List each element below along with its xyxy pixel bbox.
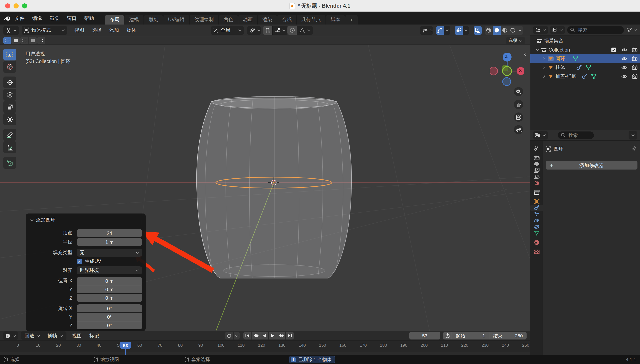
tab-object[interactable] — [530, 198, 543, 204]
object-row-barrel-lids[interactable]: 桶盖-桶底 — [530, 72, 640, 81]
object-row-cylinder[interactable]: 柱体 — [530, 63, 640, 72]
outliner-filter-collection-dropdown[interactable] — [550, 26, 565, 34]
menu-edit[interactable]: 编辑 — [28, 12, 46, 24]
proportional-falloff-dropdown[interactable] — [297, 26, 313, 34]
current-frame-badge[interactable]: 53 — [120, 342, 131, 349]
workspace-tab-scripting[interactable]: 脚本 — [326, 15, 345, 24]
select-mode-extend-button[interactable] — [12, 37, 20, 44]
mode-dropdown[interactable]: 物体模式 — [22, 26, 67, 34]
timeline-marker-menu[interactable]: 标记 — [86, 331, 103, 340]
workspace-tab-layout[interactable]: 布局 — [105, 15, 124, 24]
tab-collection[interactable] — [530, 189, 543, 195]
menu-file[interactable]: 文件 — [11, 12, 28, 24]
shading-wireframe-button[interactable] — [485, 26, 493, 34]
blender-logo-icon[interactable] — [0, 15, 11, 21]
location-y-field[interactable]: 0 m — [77, 285, 142, 294]
shading-solid-button[interactable] — [493, 26, 501, 34]
rotate-tool[interactable] — [4, 89, 16, 100]
camera-view-button[interactable] — [514, 112, 523, 122]
tab-particles[interactable] — [530, 211, 543, 217]
show-gizmos-toggle[interactable] — [436, 26, 444, 34]
workspace-tab-geometry-nodes[interactable]: 几何节点 — [297, 15, 325, 24]
workspace-tab-texture-paint[interactable]: 纹理绘制 — [190, 15, 219, 24]
properties-search[interactable] — [558, 131, 594, 139]
transform-orientation-dropdown[interactable]: 全局 — [211, 26, 244, 34]
snap-with-dropdown[interactable] — [272, 26, 288, 34]
collection-row[interactable]: Collection — [530, 45, 640, 54]
select-box-tool[interactable] — [4, 48, 16, 60]
transform-tool[interactable] — [4, 113, 16, 125]
location-z-field[interactable]: 0 m — [77, 294, 142, 302]
tab-view-layer[interactable] — [530, 167, 543, 173]
viewport-menu-view[interactable]: 视图 — [71, 24, 88, 36]
timeline-view-menu[interactable]: 视图 — [68, 331, 86, 340]
radius-field[interactable]: 1 m — [77, 238, 142, 246]
menu-window[interactable]: 窗口 — [63, 12, 80, 24]
snap-toggle[interactable] — [263, 26, 272, 34]
x-neg-axis-ball[interactable] — [490, 67, 498, 75]
properties-search-input[interactable] — [568, 132, 591, 138]
pan-view-button[interactable] — [514, 100, 523, 109]
use-preview-range-toggle[interactable] — [443, 332, 452, 340]
frame-start-field[interactable]: 起始 1 — [452, 332, 489, 340]
next-keyframe-button[interactable] — [277, 332, 285, 339]
orthographic-toggle-button[interactable] — [514, 125, 523, 134]
shading-rendered-button[interactable] — [509, 26, 517, 34]
object-visibility-dropdown[interactable] — [420, 26, 433, 34]
keying-menu[interactable]: 插帧 — [44, 332, 67, 340]
tab-material[interactable] — [530, 239, 543, 246]
collection-checkbox[interactable] — [611, 47, 616, 52]
viewport-menu-select[interactable]: 选择 — [88, 24, 105, 36]
editor-type-dropdown[interactable] — [4, 26, 19, 34]
jump-to-end-button[interactable] — [286, 332, 294, 339]
tab-texture[interactable] — [530, 248, 543, 255]
play-reverse-button[interactable] — [260, 332, 268, 339]
select-mode-intersect-button[interactable] — [37, 37, 45, 44]
outliner-search-input[interactable] — [577, 27, 621, 33]
workspace-tab-uv[interactable]: UV编辑 — [163, 15, 189, 24]
viewport-menu-add[interactable]: 添加 — [105, 24, 123, 36]
generate-uv-checkbox[interactable]: ✓ — [77, 259, 82, 264]
tab-scene[interactable] — [530, 173, 543, 180]
scale-tool[interactable] — [4, 101, 16, 113]
viewport-menu-object[interactable]: 物体 — [123, 24, 140, 36]
show-overlays-toggle[interactable] — [455, 26, 463, 34]
add-modifier-button[interactable]: + 添加修改器 — [546, 161, 637, 170]
select-mode-set-button[interactable] — [4, 37, 12, 44]
tab-tool[interactable] — [530, 145, 543, 151]
workspace-tab-modeling[interactable]: 建模 — [124, 15, 143, 24]
collection-expander[interactable] — [535, 48, 539, 52]
vertices-field[interactable]: 24 — [77, 229, 142, 237]
outliner-display-mode-dropdown[interactable] — [533, 26, 548, 34]
properties-editor-type-dropdown[interactable] — [533, 131, 548, 139]
add-cube-tool[interactable] — [4, 157, 16, 169]
move-tool[interactable] — [4, 76, 16, 88]
outliner-filter-dropdown[interactable] — [626, 27, 637, 32]
object-row-circle[interactable]: 圆环 — [530, 54, 640, 63]
previous-keyframe-button[interactable] — [252, 332, 260, 339]
tab-object-data[interactable] — [530, 230, 543, 236]
tab-physics[interactable] — [530, 217, 543, 224]
timeline-editor-type-dropdown[interactable] — [4, 332, 18, 340]
outliner-search[interactable] — [567, 26, 624, 34]
rotation-y-field[interactable]: 0° — [77, 313, 142, 321]
playback-menu[interactable]: 回放 — [21, 332, 44, 340]
proportional-edit-toggle[interactable] — [287, 26, 297, 34]
workspace-tab-rendering[interactable]: 渲染 — [258, 15, 277, 24]
tool-options-dropdown[interactable]: 选项 — [506, 37, 525, 44]
tab-modifiers[interactable] — [530, 204, 543, 211]
current-frame-field[interactable]: 53 — [409, 332, 440, 340]
autokey-dropdown[interactable] — [233, 332, 240, 339]
workspace-tab-sculpting[interactable]: 雕刻 — [144, 15, 163, 24]
annotate-tool[interactable] — [4, 129, 16, 141]
shading-material-button[interactable] — [501, 26, 509, 34]
zoom-view-button[interactable] — [514, 87, 523, 96]
fill-type-dropdown[interactable]: 无 — [77, 248, 142, 256]
play-button[interactable] — [269, 332, 277, 339]
render-camera-icon[interactable] — [632, 56, 637, 61]
viewport-canvas[interactable]: 用户透视 (53) Collection | 圆环 Z X — [0, 45, 530, 331]
menu-help[interactable]: 帮助 — [80, 12, 98, 24]
auto-keyframe-toggle[interactable] — [225, 332, 233, 339]
cursor-tool[interactable] — [4, 61, 16, 73]
menu-render[interactable]: 渲染 — [46, 12, 63, 24]
